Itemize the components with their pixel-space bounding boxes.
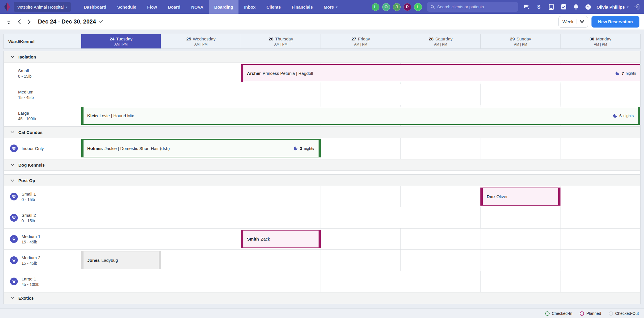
day-cell[interactable] [480,138,560,159]
avatar[interactable]: J [393,3,401,11]
nav-item-clients[interactable]: Clients [261,0,286,14]
day-header-friday[interactable]: 27Friday AM | PM [321,34,401,48]
day-cell[interactable] [561,271,640,292]
nav-item-schedule[interactable]: Schedule [112,0,142,14]
day-cell[interactable] [81,271,161,292]
clinic-selector[interactable]: Vetspire Animal Hospital ▾ [14,2,71,12]
reservation-bar-smith[interactable]: Smith Zack [241,230,321,248]
day-cell[interactable] [241,250,321,271]
day-cell[interactable] [241,271,321,292]
day-cell[interactable] [321,229,401,249]
day-cell[interactable] [560,186,640,207]
day-cell[interactable] [561,84,640,105]
day-cell[interactable] [401,250,480,271]
day-cell[interactable] [321,186,401,207]
logout-icon[interactable] [634,4,640,10]
day-cell[interactable] [401,229,480,249]
day-cell[interactable] [241,207,321,228]
filter-button[interactable] [5,17,14,27]
section-header-cat-condos[interactable]: Cat Condos [4,126,640,138]
day-cell[interactable] [321,84,401,105]
day-cell[interactable] [81,63,161,84]
nav-item-flow[interactable]: Flow [142,0,162,14]
day-cell[interactable] [560,138,640,159]
day-cell[interactable] [561,207,640,228]
section-header-dog-kennels[interactable]: Dog Kennels [4,159,640,171]
reservation-bar-doe[interactable]: Doe Oliver [480,188,560,206]
day-cell[interactable] [560,229,640,249]
day-cell[interactable] [241,84,321,105]
day-header-saturday[interactable]: 28Saturday AM | PM [401,34,481,48]
avatar[interactable]: P [404,3,411,11]
day-cell[interactable] [480,250,560,271]
day-cell[interactable] [481,271,560,292]
next-week-button[interactable] [24,17,34,27]
day-cell[interactable] [560,250,640,271]
billing-icon[interactable]: $ [536,4,542,10]
nav-item-inbox[interactable]: Inbox [238,0,261,14]
nav-item-nova[interactable]: NOVA [186,0,209,14]
day-cell[interactable] [161,63,241,84]
reservation-bar-jones[interactable]: Jones Ladybug [81,251,161,269]
day-cell[interactable] [81,207,161,228]
section-header-exotics[interactable]: Exotics [4,292,640,304]
day-cell[interactable] [161,229,241,249]
day-header-thursday[interactable]: 26Thursday AM | PM [241,34,321,48]
day-header-monday[interactable]: 30Monday AM | PM [561,34,640,48]
nav-item-more[interactable]: More▾ [318,0,343,14]
day-cell[interactable] [321,138,401,159]
device-icon[interactable] [548,4,554,10]
notifications-icon[interactable] [573,4,579,10]
day-cell[interactable] [161,250,241,271]
day-cell[interactable] [161,84,241,105]
day-cell[interactable] [401,138,480,159]
day-cell[interactable] [401,271,481,292]
nav-item-financials[interactable]: Financials [286,0,318,14]
day-cell[interactable] [321,207,401,228]
date-range-title[interactable]: Dec 24 - Dec 30, 2024 [38,18,96,25]
nav-item-board[interactable]: Board [162,0,186,14]
day-cell[interactable] [401,207,481,228]
user-menu[interactable]: Olivia Phillips ▾ [597,5,629,9]
day-cell[interactable] [241,186,321,207]
day-header-sunday[interactable]: 29Sunday AM | PM [481,34,560,48]
avatar[interactable]: L [414,3,422,11]
day-cell[interactable] [481,84,560,105]
day-cell[interactable] [161,186,241,207]
section-header-post-op[interactable]: Post-Op [4,175,640,186]
legend-checked-in: Checked-In [545,311,573,316]
nav-item-boarding[interactable]: Boarding [209,0,239,14]
section-header-isolation[interactable]: Isolation [4,51,640,63]
day-cell[interactable] [481,207,560,228]
view-mode-select[interactable]: Week [558,16,588,28]
avatar[interactable]: O [382,3,390,11]
day-cell[interactable] [401,84,481,105]
kennel-row-post-op-large-1: Large 145 - 100lb [4,271,640,292]
reservation-bar-klein[interactable]: Klein Lovie | Hound Mix 6 nights [81,107,640,125]
chevron-down-icon[interactable] [99,20,103,23]
avatar[interactable]: L [372,3,379,11]
brand[interactable]: Vetspire Animal Hospital ▾ [3,2,71,12]
day-cell[interactable] [321,250,401,271]
day-cell[interactable] [401,186,480,207]
kennel-label: Medium 115 - 45lb [4,229,81,249]
search-input[interactable] [437,5,515,9]
help-icon[interactable]: ? [585,4,591,10]
prev-week-button[interactable] [14,17,24,27]
day-header-tuesday[interactable]: 24Tuesday AM | PM [81,34,161,48]
global-search[interactable] [427,2,518,12]
tasks-icon[interactable] [560,4,567,10]
day-cell[interactable] [480,229,560,249]
day-cell[interactable] [81,186,161,207]
day-cell[interactable] [321,271,401,292]
new-reservation-button[interactable]: New Reservation [591,16,639,28]
reservation-bar-holmes[interactable]: Holmes Jackie | Domestic Short Hair (dsh… [81,139,321,157]
day-cell[interactable] [161,207,241,228]
day-cell[interactable] [81,229,161,249]
messages-icon[interactable] [523,4,530,10]
nav-item-dashboard[interactable]: Dashboard [78,0,112,14]
day-header-wednesday[interactable]: 25Wednesday AM | PM [161,34,241,48]
day-cell[interactable] [81,84,161,105]
reservation-bar-archer[interactable]: Archer Princess Petunia | Ragdoll 7 nigh… [241,64,640,82]
day-cell[interactable] [161,271,241,292]
